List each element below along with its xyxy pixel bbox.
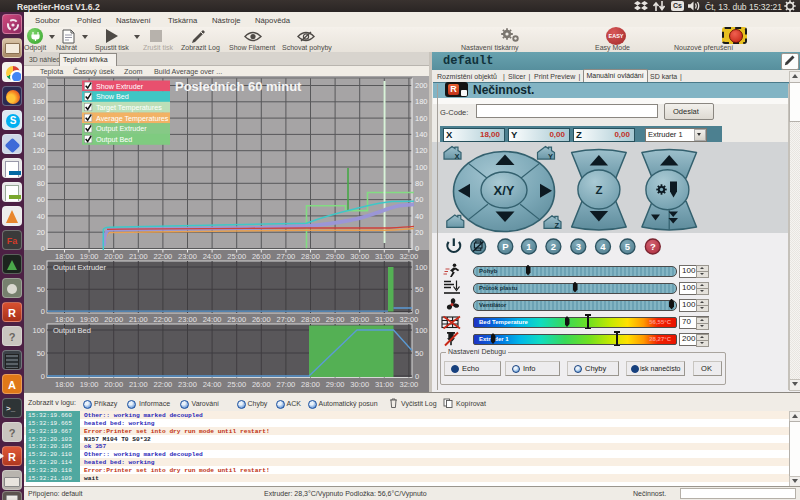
- svg-text:31:00: 31:00: [375, 252, 394, 261]
- svg-text:200: 200: [32, 81, 45, 90]
- svg-text:120: 120: [415, 146, 428, 155]
- svg-text:32:00: 32:00: [400, 380, 419, 389]
- svg-text:2: 2: [551, 241, 556, 252]
- svg-text:27:00: 27:00: [277, 315, 296, 324]
- svg-text:25:00: 25:00: [227, 380, 246, 389]
- svg-text:28:00: 28:00: [301, 380, 320, 389]
- svg-text:180: 180: [32, 97, 45, 106]
- svg-text:29:00: 29:00: [326, 380, 345, 389]
- svg-text:Output Bed: Output Bed: [53, 326, 91, 335]
- svg-text:Target Temperatures: Target Temperatures: [96, 103, 162, 112]
- svg-text:27:00: 27:00: [277, 252, 296, 261]
- svg-text:Posledních 60 minut: Posledních 60 minut: [175, 79, 302, 94]
- svg-text:3: 3: [576, 241, 581, 252]
- svg-text:25:00: 25:00: [227, 315, 246, 324]
- svg-text:200: 200: [415, 81, 428, 90]
- svg-text:140: 140: [415, 130, 428, 139]
- svg-text:X/Y: X/Y: [494, 183, 515, 198]
- svg-text:32:00: 32:00: [400, 315, 419, 324]
- svg-text:160: 160: [415, 114, 428, 123]
- svg-text:140: 140: [32, 130, 45, 139]
- svg-text:18:00: 18:00: [55, 380, 74, 389]
- svg-text:22:00: 22:00: [154, 315, 173, 324]
- svg-text:24:00: 24:00: [203, 380, 222, 389]
- svg-text:100: 100: [415, 326, 428, 335]
- svg-text:26:00: 26:00: [252, 380, 271, 389]
- svg-text:20:00: 20:00: [104, 380, 123, 389]
- svg-text:80: 80: [415, 179, 423, 188]
- svg-text:21:00: 21:00: [129, 252, 148, 261]
- svg-text:20:00: 20:00: [104, 252, 123, 261]
- svg-text:27:00: 27:00: [277, 380, 296, 389]
- svg-text:4: 4: [600, 241, 606, 252]
- svg-text:20: 20: [415, 228, 423, 237]
- svg-text:180: 180: [415, 97, 428, 106]
- svg-text:23:00: 23:00: [178, 380, 197, 389]
- svg-text:120: 120: [32, 146, 45, 155]
- svg-text:60: 60: [37, 195, 45, 204]
- svg-text:Average Temperatures: Average Temperatures: [96, 114, 169, 123]
- svg-text:24:00: 24:00: [203, 252, 222, 261]
- svg-text:20: 20: [37, 228, 45, 237]
- svg-text:26:00: 26:00: [252, 315, 271, 324]
- svg-text:26:00: 26:00: [252, 252, 271, 261]
- svg-text:30:00: 30:00: [350, 380, 369, 389]
- svg-text:Z: Z: [555, 221, 560, 230]
- svg-text:X: X: [455, 152, 460, 161]
- svg-text:0: 0: [41, 244, 45, 253]
- svg-text:23:00: 23:00: [178, 252, 197, 261]
- svg-text:28:00: 28:00: [301, 252, 320, 261]
- svg-text:1: 1: [526, 241, 532, 252]
- svg-text:20:00: 20:00: [104, 315, 123, 324]
- svg-text:19:00: 19:00: [80, 380, 99, 389]
- svg-text:18:00: 18:00: [55, 315, 74, 324]
- svg-text:22:00: 22:00: [154, 380, 173, 389]
- svg-text:40: 40: [37, 212, 45, 221]
- svg-text:50: 50: [37, 349, 45, 358]
- svg-text:50: 50: [37, 285, 45, 294]
- svg-text:100: 100: [32, 163, 45, 172]
- svg-text:Output Extruder: Output Extruder: [96, 124, 147, 133]
- svg-text:5: 5: [625, 241, 631, 252]
- svg-text:?: ?: [650, 241, 656, 252]
- svg-text:29:00: 29:00: [326, 252, 345, 261]
- svg-text:Output Extruder: Output Extruder: [53, 263, 106, 272]
- svg-text:Y: Y: [548, 152, 553, 161]
- svg-text:160: 160: [32, 114, 45, 123]
- svg-text:Output Bed: Output Bed: [96, 135, 132, 144]
- svg-text:40: 40: [415, 212, 423, 221]
- svg-text:100: 100: [32, 263, 45, 272]
- svg-text:23:00: 23:00: [178, 315, 197, 324]
- svg-text:29:00: 29:00: [326, 315, 345, 324]
- svg-text:21:00: 21:00: [129, 380, 148, 389]
- svg-text:22:00: 22:00: [154, 252, 173, 261]
- svg-text:0: 0: [41, 372, 45, 381]
- svg-text:30:00: 30:00: [350, 315, 369, 324]
- svg-text:28:00: 28:00: [301, 315, 320, 324]
- svg-text:100: 100: [415, 163, 428, 172]
- svg-text:50: 50: [415, 349, 423, 358]
- svg-text:19:00: 19:00: [80, 252, 99, 261]
- svg-text:25:00: 25:00: [227, 252, 246, 261]
- svg-text:50: 50: [415, 285, 423, 294]
- svg-text:60: 60: [415, 195, 423, 204]
- svg-text:18:00: 18:00: [55, 252, 74, 261]
- svg-text:21:00: 21:00: [129, 315, 148, 324]
- svg-text:Show Extruder: Show Extruder: [96, 82, 144, 91]
- svg-text:100: 100: [415, 263, 428, 272]
- svg-text:80: 80: [37, 179, 45, 188]
- svg-text:24:00: 24:00: [203, 315, 222, 324]
- svg-text:Z: Z: [595, 184, 602, 196]
- svg-text:100: 100: [32, 326, 45, 335]
- svg-text:19:00: 19:00: [80, 315, 99, 324]
- svg-text:31:00: 31:00: [375, 315, 394, 324]
- svg-text:P: P: [502, 241, 509, 252]
- svg-text:Show Bed: Show Bed: [96, 92, 129, 101]
- svg-text:32:00: 32:00: [400, 252, 419, 261]
- svg-text:31:00: 31:00: [375, 380, 394, 389]
- svg-text:0: 0: [41, 307, 45, 316]
- svg-text:30:00: 30:00: [350, 252, 369, 261]
